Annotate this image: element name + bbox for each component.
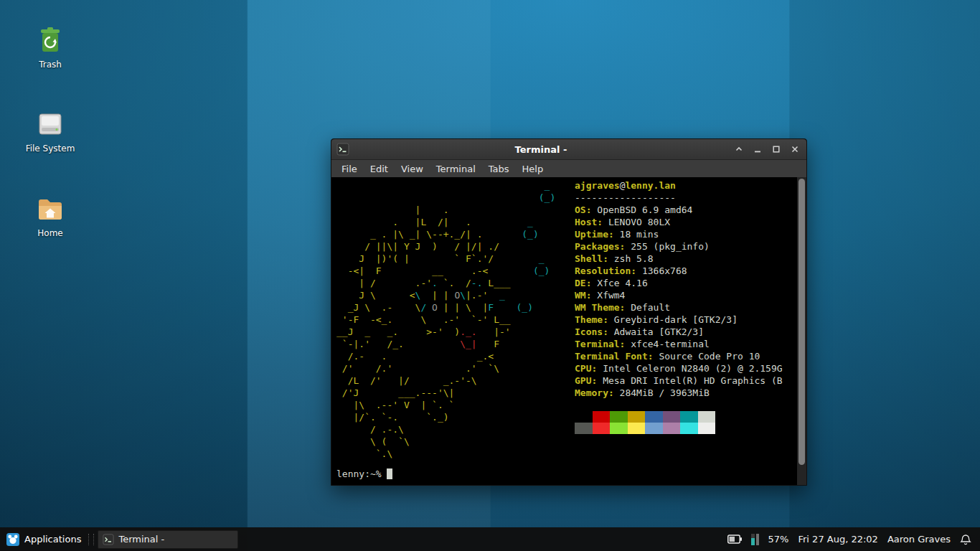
taskbar-panel: Applications Terminal - 57% Fri 27 Aug [0, 527, 980, 551]
terminal-window-icon [336, 143, 349, 156]
minimize-icon [753, 144, 763, 154]
user-menu[interactable]: Aaron Graves [887, 534, 951, 545]
scrollbar-thumb[interactable] [798, 179, 805, 465]
menu-help[interactable]: Help [516, 162, 550, 176]
terminal-task-icon [103, 534, 114, 545]
applications-icon [6, 533, 19, 546]
shell-prompt: lenny:~% [336, 468, 392, 480]
menu-view[interactable]: View [395, 162, 430, 176]
file-system-icon [36, 110, 65, 138]
battery-meter[interactable] [751, 534, 759, 545]
desktop[interactable]: Trash File System Home Terminal - [0, 0, 980, 551]
desktop-icon-label: Home [20, 228, 80, 238]
applications-label: Applications [24, 534, 81, 545]
desktop-icon-label: File System [20, 143, 80, 154]
neofetch-ascii-art: _ (_) | . . |L /| . _ _ . |\ _| \--+._/|… [336, 179, 555, 460]
home-folder-icon [36, 194, 65, 223]
desktop-icon-home[interactable]: Home [20, 194, 80, 238]
task-button-label: Terminal - [118, 534, 164, 545]
terminal-content[interactable]: _ (_) | . . |L /| . _ _ . |\ _| \--+._/|… [331, 177, 806, 485]
close-icon [790, 144, 800, 154]
task-button-terminal[interactable]: Terminal - [98, 530, 238, 549]
notification-bell-icon[interactable] [960, 534, 971, 545]
desktop-icon-trash[interactable]: Trash [20, 26, 80, 70]
maximize-icon [771, 144, 781, 154]
battery-icon[interactable] [727, 534, 742, 544]
terminal-scrollbar[interactable] [797, 177, 806, 485]
desktop-icon-file-system[interactable]: File System [20, 110, 80, 154]
window-title: Terminal - [354, 144, 728, 155]
desktop-icon-label: Trash [20, 60, 80, 70]
menu-terminal[interactable]: Terminal [430, 162, 482, 176]
close-button[interactable] [788, 143, 801, 156]
neofetch-info: ajgraves@lenny.lan------------------OS: … [575, 179, 783, 434]
battery-percentage: 57% [768, 534, 789, 545]
shade-icon [734, 144, 744, 154]
menu-tabs[interactable]: Tabs [482, 162, 516, 176]
terminal-color-palette [575, 411, 783, 434]
panel-separator [88, 534, 94, 545]
terminal-window: Terminal - [331, 138, 807, 486]
menu-edit[interactable]: Edit [364, 162, 395, 176]
titlebar[interactable]: Terminal - [331, 139, 806, 160]
applications-menu-button[interactable]: Applications [0, 527, 88, 551]
clock[interactable]: Fri 27 Aug, 22:02 [798, 534, 877, 545]
battery-meter-fill [751, 538, 755, 545]
menu-file[interactable]: File [335, 162, 364, 176]
window-controls [732, 143, 801, 156]
system-tray: 57% Fri 27 Aug, 22:02 Aaron Graves [727, 534, 980, 545]
shade-button[interactable] [732, 143, 745, 156]
menu-bar: FileEditViewTerminalTabsHelp [331, 160, 806, 177]
minimize-button[interactable] [751, 143, 764, 156]
maximize-button[interactable] [770, 143, 783, 156]
trash-icon [36, 26, 65, 55]
terminal-cursor [387, 468, 392, 479]
